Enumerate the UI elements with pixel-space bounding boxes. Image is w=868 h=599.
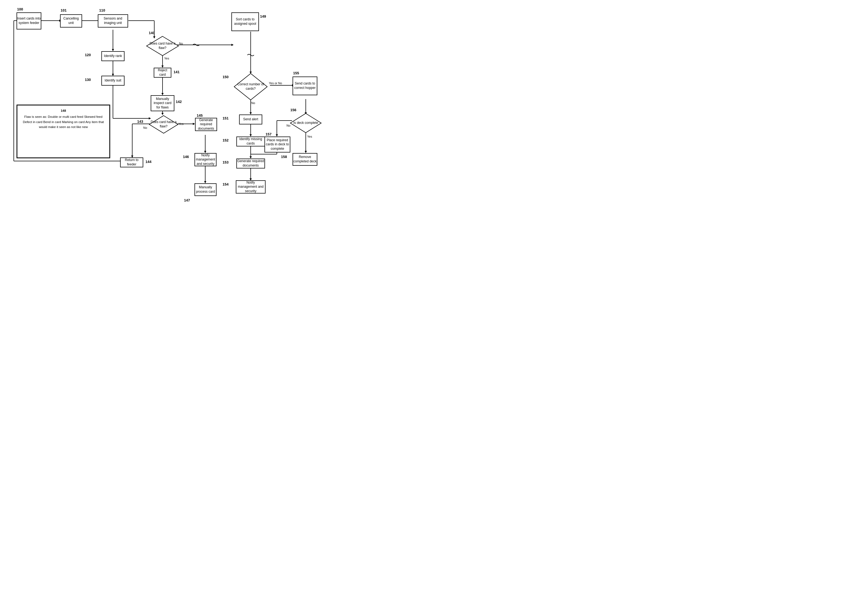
label-141: 141 [174,70,180,74]
label-147: 147 [184,198,190,202]
label-100: 100 [17,7,23,11]
svg-marker-55 [276,134,278,137]
svg-marker-5 [112,49,114,51]
label-146: 146 [183,155,189,159]
node-140: Does card have a flaw? [146,36,179,56]
label-140: 140 [149,31,155,35]
node-151: Send alert [239,114,262,125]
arrow-label-156-yes: Yes [307,135,312,138]
node-148: 148 Flaw is seen as: Double or multi car… [17,105,110,158]
label-120: 120 [85,53,91,57]
node-156: Is deck complete [290,113,322,133]
label-148-header: 148 [20,108,107,113]
node-110: Sensors and imaging unit [98,14,128,27]
label-153: 153 [223,160,229,164]
arrow-label-140-yes: Yes [164,57,169,60]
node-101: Cancelling unit [60,14,82,27]
arrow-label-150-no: No [251,101,255,105]
arrow-label-143-no: No [143,126,147,129]
label-101: 101 [60,8,66,12]
arrow-label-156-no: No [287,124,290,127]
node-145: Generate required documents [195,118,217,131]
svg-marker-30 [204,151,206,153]
label-145: 145 [197,113,203,117]
arrow-label-143-yes: Yes [178,122,183,125]
arrow-label-140-no: No [179,42,183,45]
label-144: 144 [145,160,151,164]
node-150: Correct number of cards? [234,73,268,101]
label-152: 152 [223,138,229,142]
svg-marker-46 [249,157,252,158]
label-158: 158 [281,155,287,159]
label-142: 142 [176,100,182,104]
arrow-label-150-yesno: Yes or No [269,81,282,85]
node-120: Identify rank [101,51,125,61]
label-151: 151 [223,116,229,120]
svg-marker-16 [231,44,234,46]
label-155: 155 [293,71,299,75]
svg-marker-52 [305,151,307,153]
label-150: 150 [223,75,229,79]
node-155: Send cards to correct hopper [293,77,317,95]
node-153: Generate required documents [236,158,265,169]
svg-marker-28 [193,123,195,125]
label-157: 157 [266,132,272,136]
node-152: Identify missing cards [236,137,265,146]
svg-marker-20 [162,93,164,95]
label-143: 143 [137,119,143,123]
label-149: 149 [260,14,266,18]
node-149: Sort cards to assigned spool [231,12,259,31]
node-147: Manually process card [195,183,216,196]
label-156: 156 [290,108,296,112]
node-157: Place required cards in deck to complete [264,137,290,152]
svg-marker-32 [204,181,206,183]
svg-marker-23 [162,113,164,115]
node-144: Return to feeder [120,158,143,167]
svg-marker-18 [162,66,164,68]
label-130: 130 [85,78,91,82]
node-154: Notify management and security [236,180,266,194]
label-110: 110 [99,8,105,12]
svg-marker-42 [249,112,252,114]
node-158: Remove completed deck [293,153,317,166]
svg-marker-44 [249,134,252,137]
node-130: Identify suit [101,76,125,86]
node-146: Notify management and security [195,153,216,166]
label-154: 154 [223,182,229,187]
node-141: Reject card [154,68,171,78]
node-142: Manually inspect card for flaws [151,95,174,111]
node-143: Does card have a flaw? [149,115,178,134]
node-100: Insert cards into system feeder [17,12,41,29]
flowchart-container: Insert cards into system feeder 100 Canc… [0,0,331,234]
